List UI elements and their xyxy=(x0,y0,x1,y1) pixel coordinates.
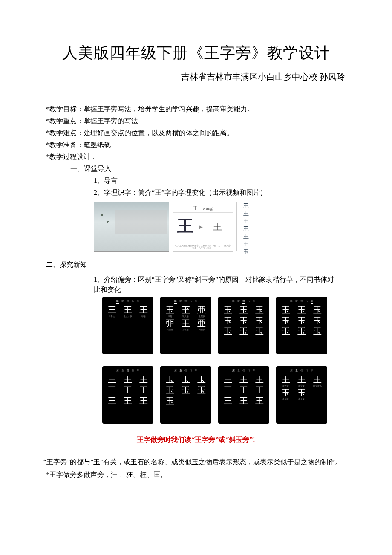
section1-item2: 2、字理识字：简介“王”字的字理变化（出示视频和图片） xyxy=(30,188,362,198)
char-glyph: 玉 xyxy=(252,327,268,336)
char-row: 玉玉玉 xyxy=(278,327,326,336)
char-label: 隶草篆 xyxy=(278,398,294,400)
bamboo-text xyxy=(115,210,167,234)
char-glyph: 玉 xyxy=(220,327,236,336)
wang-variants-column: 王王王王王王玉 xyxy=(236,202,252,251)
char-glyph: 玉 xyxy=(252,316,268,325)
char-cell: 王 xyxy=(136,385,152,395)
char-cell xyxy=(310,388,326,400)
char-glyph: 王 xyxy=(236,385,252,395)
label: *教学准备： xyxy=(46,141,84,148)
style-tab: 隶 xyxy=(295,369,298,373)
char-label: 金文小篆 xyxy=(120,315,136,318)
char-row: 丣简牍文王帛书篆亜同型篆 xyxy=(162,318,210,331)
char-glyph: 玉 xyxy=(310,327,326,336)
style-tab: 楷 xyxy=(242,299,245,304)
char-cell: 玉 xyxy=(278,327,294,336)
style-tab: 楷 xyxy=(242,369,245,373)
style-tab: 篆 xyxy=(232,369,235,373)
char-cell: 玉 xyxy=(178,385,194,395)
char-cell: 玊说文篆 xyxy=(178,305,194,318)
style-tab: 草 xyxy=(253,369,255,373)
wang-small-char: 王 xyxy=(213,220,222,233)
char-cell: 玉 xyxy=(162,375,178,384)
style-tab: 楷 xyxy=(127,369,129,373)
char-label: 印篆 xyxy=(136,315,152,318)
char-glyph: 玉 xyxy=(220,305,236,315)
char-glyph: 王 xyxy=(120,305,136,315)
teaching-focus: *教学重点：掌握王字旁的写法 xyxy=(30,116,362,126)
style-tabs: 篆隶楷行草 xyxy=(104,299,152,304)
style-tabs: 篆隶楷行草 xyxy=(162,369,210,373)
char-cell: 玉 xyxy=(310,305,326,315)
char-cell: 玉 xyxy=(194,385,210,395)
style-tab: 草 xyxy=(311,299,313,304)
char-label: 金属篆 xyxy=(194,315,210,318)
page-title: 人美版四年级下册《王字旁》教学设计 xyxy=(30,43,362,64)
char-cell: 王 xyxy=(104,396,120,406)
style-tabs: 篆隶楷行草 xyxy=(278,369,326,373)
char-cell: 玉 xyxy=(294,327,310,336)
char-cell: 玉甲骨 xyxy=(162,305,178,318)
style-tab: 草 xyxy=(253,299,255,304)
calligraphy-style-card: 篆隶楷行草王王王王王王王王王 xyxy=(102,366,153,424)
char-label: 帛书篆 xyxy=(178,328,194,331)
char-row: 玉玉玉 xyxy=(162,385,210,395)
char-cell: 王 xyxy=(136,396,152,406)
text: 掌握王字旁写法，培养学生的学习兴趣，提高审美能力。 xyxy=(84,105,254,113)
char-row: 王甲骨文王金文小篆王印篆 xyxy=(104,305,152,318)
calligraphy-style-card: 篆隶楷行草王甲骨文王金文小篆王印篆 xyxy=(102,297,153,354)
style-tab: 草 xyxy=(137,299,139,304)
char-label: 甲骨 xyxy=(162,315,178,318)
style-tab: 篆 xyxy=(116,369,119,373)
style-tab: 楷 xyxy=(300,299,303,304)
label: *教学难点： xyxy=(46,129,84,136)
char-cell: 王帛书篆 xyxy=(178,318,194,331)
char-glyph: 王 xyxy=(136,385,152,395)
style-tab: 篆 xyxy=(290,369,293,373)
char-cell: 玉 xyxy=(236,327,252,336)
char-cell: 玉 xyxy=(220,327,236,336)
char-row: 王王王 xyxy=(104,375,152,384)
char-glyph: 玉 xyxy=(278,327,294,336)
char-row: 玉甲骨玊说文篆亜金属篆 xyxy=(162,305,210,318)
red-callout: 王字做旁时我们读“王字旁”或“斜玉旁”! xyxy=(30,436,362,445)
char-cell: 玉 xyxy=(278,316,294,326)
char-glyph: 玉 xyxy=(278,388,294,397)
char-row: 玉玉玉 xyxy=(278,305,326,315)
char-cell: 王甲骨文 xyxy=(104,305,120,318)
char-label: 说文篆 xyxy=(178,315,194,318)
char-glyph: 玉 xyxy=(294,316,310,325)
style-grid-1: 篆隶楷行草王甲骨文王金文小篆王印篆篆隶楷行草玉甲骨玊说文篆亜金属篆丣简牍文王帛书… xyxy=(102,297,341,354)
char-label: 白文隶书 xyxy=(310,384,326,387)
char-cell: 玉隶文篆 xyxy=(294,388,310,400)
char-glyph: 玉 xyxy=(162,305,178,315)
char-row: 玉 xyxy=(162,396,210,406)
calligraphy-style-card: 篆隶楷行草玉玉玉玉玉玉玉玉玉 xyxy=(276,297,327,354)
char-row: 玉玉玉 xyxy=(220,316,268,326)
style-tab: 篆 xyxy=(290,299,293,304)
section1-heading: 一、课堂导入 xyxy=(30,164,362,174)
char-label: 隶文篆 xyxy=(294,398,310,400)
char-cell: 玉 xyxy=(236,305,252,315)
wang-evolution-panel: 王 wáng 王 ▶ 王 “王”是天地贯通的象形字，三横代表天、地、人，一竖贯穿… xyxy=(173,202,233,252)
char-glyph: 玉 xyxy=(194,375,210,384)
char-glyph: 王 xyxy=(294,375,310,384)
char-cell: 玉 xyxy=(252,305,268,315)
calligraphy-style-card: 篆隶楷行草玉玉玉玉玉玉玉 xyxy=(160,366,211,424)
wang-variant-char: 玉 xyxy=(243,248,249,256)
section2-item1: 1、介绍偏旁：区别“王字旁”又称“斜玉旁”的原因，对比篆隶楷行草，不同书体对比和… xyxy=(30,275,362,295)
char-cell: 王 xyxy=(220,396,236,406)
char-glyph: 玉 xyxy=(236,305,252,315)
char-cell: 玉 xyxy=(252,327,268,336)
char-glyph: 玉 xyxy=(278,316,294,325)
char-glyph: 玉 xyxy=(178,385,194,395)
calligraphy-style-card: 篆隶楷行草王隶大篆王隶文篆王白文隶书玉隶草篆玉隶文篆 xyxy=(276,366,327,424)
char-glyph: 玉 xyxy=(236,316,252,325)
char-glyph: 玉 xyxy=(162,385,178,395)
style-tab: 行 xyxy=(248,369,250,373)
char-glyph: 玉 xyxy=(162,375,178,384)
char-cell: 王 xyxy=(120,396,136,406)
char-cell: 王 xyxy=(236,385,252,395)
bamboo-panel xyxy=(94,202,169,252)
